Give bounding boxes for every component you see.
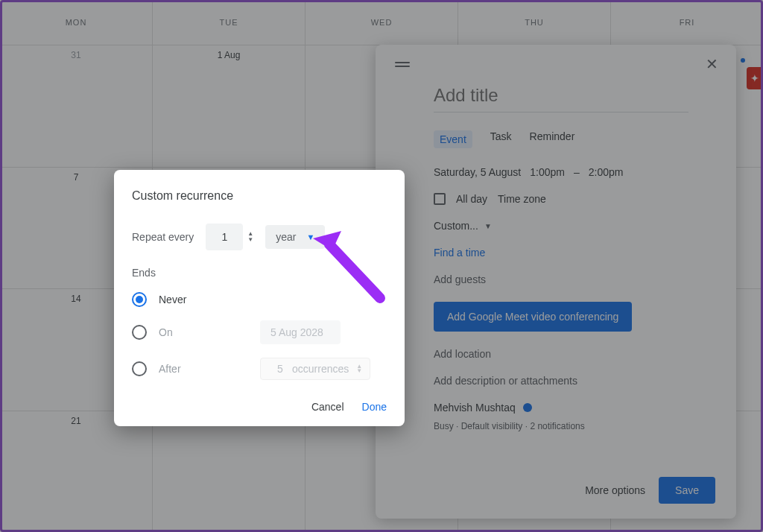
repeat-every-label: Repeat every: [132, 231, 194, 243]
ends-on-date-field[interactable]: 5 Aug 2028: [260, 320, 341, 344]
cancel-button[interactable]: Cancel: [311, 401, 344, 413]
repeat-count-stepper[interactable]: ▲▼: [247, 232, 253, 242]
repeat-unit-label: year: [276, 231, 296, 243]
ends-never-radio[interactable]: [132, 292, 147, 307]
ends-after-label: After: [159, 363, 191, 375]
occurrences-count: 5: [268, 363, 292, 375]
occurrences-label: occurrences: [292, 363, 349, 375]
repeat-unit-dropdown[interactable]: year ▼: [265, 225, 325, 249]
repeat-count-input[interactable]: [206, 224, 243, 250]
chevron-down-icon: ▼: [306, 232, 314, 241]
ends-on-label: On: [159, 326, 191, 338]
ends-never-label: Never: [159, 294, 186, 305]
ends-label: Ends: [132, 267, 387, 279]
custom-recurrence-dialog: Custom recurrence Repeat every ▲▼ year ▼…: [114, 170, 405, 426]
occurrences-field[interactable]: 5 occurrences ▲▼: [260, 358, 370, 380]
ends-after-radio[interactable]: [132, 361, 147, 376]
done-button[interactable]: Done: [362, 401, 387, 413]
ends-on-radio[interactable]: [132, 325, 147, 340]
dialog-title: Custom recurrence: [132, 189, 387, 203]
occurrences-stepper[interactable]: ▲▼: [356, 364, 362, 373]
